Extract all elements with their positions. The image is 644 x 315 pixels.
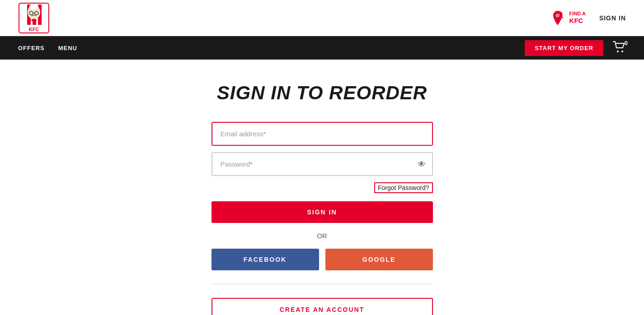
forgot-password-wrap: Forgot Password? [212,182,433,193]
google-button[interactable]: GOOGLE [325,249,433,270]
page-title: SIGN IN TO REORDER [217,82,427,104]
password-wrap: 👁 [212,152,433,176]
kfc-logo[interactable]: KFC [18,2,50,34]
svg-point-15 [617,51,619,52]
password-field[interactable] [212,152,433,176]
location-icon [550,10,566,26]
svg-point-5 [29,4,38,9]
nav-right: START MY ORDER 0 [525,40,626,56]
cart-icon [612,41,626,53]
find-kfc-link[interactable]: FIND A KFC [550,10,586,26]
find-kfc-text: FIND A KFC [569,11,586,25]
logo-area[interactable]: KFC [18,2,50,34]
facebook-button[interactable]: FACEBOOK [212,249,319,270]
nav-links: OFFERS MENU [18,45,77,51]
email-field[interactable] [212,122,433,146]
top-right-area: FIND A KFC SIGN IN [550,10,626,26]
cart-icon-wrap[interactable]: 0 [612,41,626,55]
find-kfc-line2: KFC [569,17,586,25]
cart-count: 0 [625,40,628,46]
create-account-button[interactable]: CREATE AN ACCOUNT [212,298,433,315]
social-buttons: FACEBOOK GOOGLE [212,249,433,270]
sign-in-nav-link[interactable]: SIGN IN [599,14,626,22]
menu-nav-link[interactable]: MENU [58,45,77,51]
top-header: KFC FIND A KFC SIGN IN [0,0,644,36]
find-kfc-line1: FIND A [569,11,586,17]
section-divider [212,284,433,284]
offers-nav-link[interactable]: OFFERS [18,45,45,51]
start-order-button[interactable]: START MY ORDER [525,40,603,56]
nav-bar: OFFERS MENU START MY ORDER 0 [0,36,644,60]
or-divider: OR [212,232,433,240]
sign-in-button[interactable]: SIGN IN [212,201,433,223]
svg-text:KFC: KFC [29,27,39,32]
svg-point-16 [621,51,623,52]
forgot-password-link[interactable]: Forgot Password? [374,182,433,193]
main-content: SIGN IN TO REORDER 👁 Forgot Password? SI… [0,60,644,315]
toggle-password-icon[interactable]: 👁 [418,159,426,169]
sign-in-form: 👁 Forgot Password? SIGN IN OR FACEBOOK G… [212,122,433,315]
